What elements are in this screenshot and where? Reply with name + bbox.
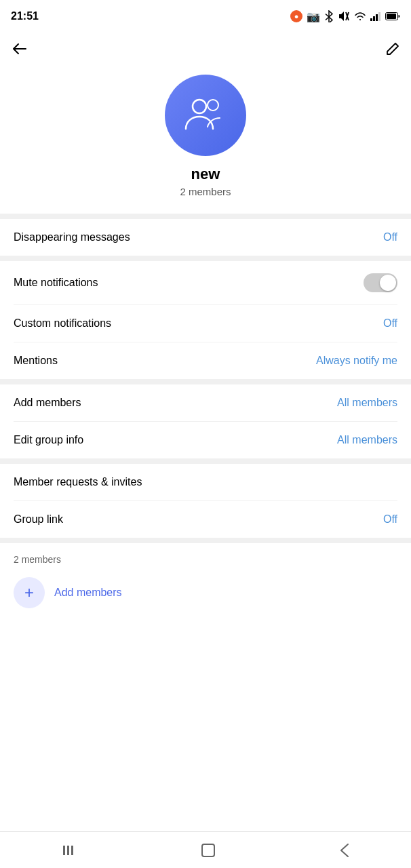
bluetooth-icon — [324, 10, 334, 22]
svg-rect-6 — [378, 12, 380, 21]
group-header: new 2 members — [0, 68, 411, 214]
edit-group-info-value: All members — [337, 434, 397, 446]
top-bar — [0, 30, 411, 68]
add-members-label: Add members — [14, 397, 81, 409]
status-icons: ● 📷 — [290, 10, 400, 23]
member-requests-label: Member requests & invites — [14, 476, 142, 488]
members-heading: 2 members — [14, 554, 397, 565]
home-nav-button[interactable] — [184, 837, 232, 863]
disappearing-messages-label: Disappearing messages — [14, 231, 130, 243]
plus-icon: + — [24, 585, 34, 601]
disappearing-messages-row[interactable]: Disappearing messages Off — [14, 219, 397, 256]
section-divider-2 — [0, 256, 411, 261]
mute-icon — [338, 11, 350, 22]
invite-section: Member requests & invites Group link Off — [0, 464, 411, 538]
custom-notifications-label: Custom notifications — [14, 317, 111, 330]
group-link-label: Group link — [14, 513, 63, 526]
member-requests-row[interactable]: Member requests & invites — [14, 464, 397, 501]
svg-point-10 — [208, 100, 218, 111]
custom-notifications-value: Off — [383, 317, 397, 330]
edit-group-info-label: Edit group info — [14, 434, 83, 446]
members-section: 2 members + Add members — [0, 543, 411, 618]
app-notification-badge: ● — [290, 10, 302, 22]
battery-icon — [385, 12, 400, 20]
add-member-label[interactable]: Add members — [54, 587, 122, 599]
svg-rect-14 — [202, 844, 214, 856]
group-members-count: 2 members — [180, 186, 231, 197]
nav-bar — [0, 831, 411, 868]
section-divider-5 — [0, 538, 411, 543]
add-member-row[interactable]: + Add members — [14, 573, 397, 612]
svg-rect-11 — [63, 846, 65, 855]
section-divider-3 — [0, 379, 411, 384]
mute-notifications-label: Mute notifications — [14, 277, 98, 289]
back-nav-button[interactable] — [324, 837, 366, 863]
group-link-value: Off — [383, 513, 397, 526]
group-name: new — [191, 165, 220, 183]
status-time: 21:51 — [11, 10, 39, 22]
custom-notifications-row[interactable]: Custom notifications Off — [14, 305, 397, 342]
mute-notifications-row[interactable]: Mute notifications — [14, 261, 397, 305]
svg-rect-8 — [387, 14, 396, 19]
svg-rect-5 — [376, 14, 378, 21]
add-members-row[interactable]: Add members All members — [14, 384, 397, 422]
svg-rect-3 — [370, 18, 372, 21]
mentions-value: Always notify me — [316, 355, 397, 367]
disappearing-messages-section: Disappearing messages Off — [0, 219, 411, 256]
back-button[interactable] — [11, 41, 28, 56]
svg-point-2 — [359, 19, 361, 20]
toggle-thumb — [380, 275, 396, 291]
mentions-label: Mentions — [14, 355, 58, 367]
mentions-row[interactable]: Mentions Always notify me — [14, 342, 397, 379]
instagram-icon: 📷 — [307, 10, 320, 23]
mute-notifications-toggle[interactable] — [364, 273, 397, 292]
section-divider-1 — [0, 214, 411, 219]
svg-rect-4 — [373, 16, 375, 21]
add-member-icon-circle: + — [14, 577, 45, 608]
wifi-icon — [354, 12, 366, 21]
svg-point-9 — [193, 100, 206, 113]
group-permissions-section: Add members All members Edit group info … — [0, 384, 411, 458]
notifications-section: Mute notifications Custom notifications … — [0, 261, 411, 379]
recents-nav-button[interactable] — [45, 837, 93, 863]
disappearing-messages-value: Off — [383, 231, 397, 243]
section-divider-4 — [0, 458, 411, 464]
group-avatar — [165, 75, 246, 156]
edit-group-info-row[interactable]: Edit group info All members — [14, 422, 397, 458]
svg-rect-12 — [67, 846, 69, 855]
status-bar: 21:51 ● 📷 — [0, 0, 411, 30]
add-members-value: All members — [337, 397, 397, 409]
svg-rect-13 — [71, 846, 73, 855]
edit-button[interactable] — [385, 41, 400, 56]
group-link-row[interactable]: Group link Off — [14, 501, 397, 538]
signal-icon — [370, 12, 381, 21]
